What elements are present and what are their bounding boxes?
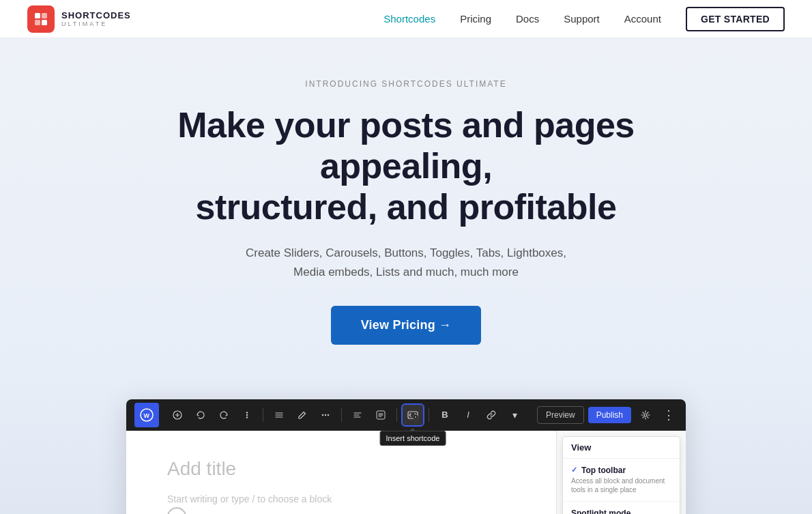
toolbar-redo[interactable] [214,405,234,425]
svg-point-11 [325,414,326,416]
nav-support[interactable]: Support [564,13,600,25]
start-writing-placeholder[interactable]: Start writing or type / to choose a bloc… [167,494,515,504]
toolbar-italic[interactable]: I [458,405,478,425]
hero-title: Make your posts and pages appealing, str… [140,105,672,227]
toolbar-more[interactable] [315,405,336,425]
nav-pricing[interactable]: Pricing [460,13,491,25]
sidebar-item-title-0: ✓ Top toolbar [571,466,671,475]
hero-section: INTRODUCING SHORTCODES ULTIMATE Make you… [0,38,812,372]
svg-rect-3 [42,20,47,25]
svg-rect-1 [42,13,47,18]
sidebar-item-title-1: Spotlight mode [571,509,671,514]
toolbar-dropdown[interactable]: ▾ [504,405,525,425]
toolbar-format[interactable] [371,405,391,425]
preview-button[interactable]: Preview [537,406,584,424]
wp-toolbar: W [126,399,686,431]
view-menu-header: View [563,437,680,459]
toolbar-insert-shortcode[interactable] [403,405,423,425]
svg-point-9 [246,416,248,418]
add-block-circle[interactable]: + [167,507,186,514]
toolbar-separator-1 [263,408,263,422]
sidebar-item-desc-0: Access all block and document tools in a… [571,476,671,494]
toolbar-list-view[interactable] [269,405,289,425]
logo-text: SHORTCODES ULTIMATE [61,10,131,27]
screenshot-section: W [0,372,812,514]
insert-shortcode-tooltip: Insert shortcode [380,431,446,446]
toolbar-details[interactable] [237,405,257,425]
publish-button[interactable]: Publish [588,407,631,423]
svg-point-16 [644,414,647,416]
editor-main: Add title Start writing or type / to cho… [126,431,556,514]
nav-account[interactable]: Account [624,13,661,25]
toolbar-more-options[interactable]: ⋮ [660,408,678,423]
browser-mockup: W [126,399,686,514]
toolbar-separator-2 [341,408,342,422]
toolbar-undo[interactable] [190,405,211,425]
get-started-button[interactable]: GET STARTED [686,7,785,31]
toolbar-link[interactable] [481,405,502,425]
svg-point-7 [246,414,248,416]
view-menu: View ✓ Top toolbar Access all block and … [562,436,680,514]
logo-icon [27,5,55,33]
svg-rect-0 [35,13,40,18]
checkmark-0: ✓ [571,466,577,474]
view-pricing-button[interactable]: View Pricing → [331,306,482,345]
nav-shortcodes[interactable]: Shortcodes [383,13,435,25]
svg-point-10 [322,414,323,416]
toolbar-edit[interactable] [292,405,313,425]
add-title-placeholder[interactable]: Add title [167,458,515,480]
toolbar-separator-4 [429,408,429,422]
main-nav: Shortcodes Pricing Docs Support Account … [383,7,785,31]
intro-label: INTRODUCING SHORTCODES ULTIMATE [27,79,785,89]
insert-shortcode-container: Insert shortcode [403,405,423,425]
site-header: SHORTCODES ULTIMATE Shortcodes Pricing D… [0,0,812,38]
hero-subtitle: Create Sliders, Carousels, Buttons, Togg… [235,244,577,281]
sidebar-menu-item-1[interactable]: Spotlight mode Focus on one block at a t… [563,502,680,514]
sidebar-menu-item-0[interactable]: ✓ Top toolbar Access all block and docum… [563,459,680,502]
svg-text:W: W [144,412,150,419]
toolbar-bold[interactable]: B [435,405,455,425]
svg-rect-2 [35,20,40,25]
toolbar-block-inserter[interactable] [167,405,188,425]
toolbar-separator-3 [396,408,397,422]
svg-point-12 [328,414,329,416]
wordpress-icon: W [134,403,159,427]
editor-sidebar: View ✓ Top toolbar Access all block and … [556,431,686,514]
nav-docs[interactable]: Docs [516,13,539,25]
svg-point-8 [246,412,248,413]
toolbar-right-controls: Preview Publish ⋮ [537,405,678,425]
logo: SHORTCODES ULTIMATE [27,5,131,33]
toolbar-align[interactable] [347,405,368,425]
toolbar-settings[interactable] [635,405,656,425]
